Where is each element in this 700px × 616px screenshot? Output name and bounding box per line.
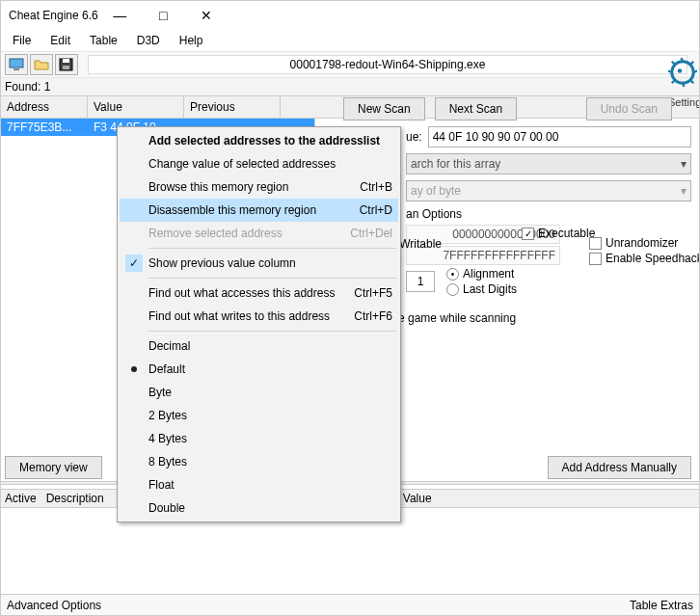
col-value[interactable]: Value	[88, 96, 184, 118]
app-logo[interactable]: Settings	[668, 51, 697, 109]
open-process-button[interactable]	[5, 54, 28, 75]
save-button[interactable]	[55, 54, 78, 75]
ctx-disassemble[interactable]: Disassemble this memory regionCtrl+D	[120, 199, 398, 222]
context-menu: Add selected addresses to the addresslis…	[117, 126, 401, 522]
value-label-partial: ue:	[406, 130, 422, 144]
alignment-radio[interactable]: •	[446, 268, 459, 281]
ctx-change-value[interactable]: Change value of selected addresses	[120, 152, 398, 175]
folder-open-icon	[34, 58, 49, 71]
undo-scan-button: Undo Scan	[586, 97, 672, 121]
open-file-button[interactable]	[30, 54, 53, 75]
floppy-icon	[59, 58, 74, 71]
bullet-icon	[131, 366, 137, 372]
ctx-2bytes[interactable]: 2 Bytes	[120, 404, 398, 427]
table-extras[interactable]: Table Extras	[630, 599, 693, 612]
ctx-8bytes[interactable]: 8 Bytes	[120, 450, 398, 473]
new-scan-button[interactable]: New Scan	[343, 97, 425, 121]
col-address[interactable]: Address	[1, 96, 88, 118]
advanced-options[interactable]: Advanced Options	[7, 599, 101, 612]
svg-rect-1	[13, 68, 19, 70]
svg-rect-3	[63, 59, 69, 63]
next-scan-button[interactable]: Next Scan	[435, 97, 517, 121]
ctx-float[interactable]: Float	[120, 473, 398, 496]
ctx-decimal[interactable]: Decimal	[120, 335, 398, 358]
add-address-manually-button[interactable]: Add Address Manually	[548, 456, 691, 479]
executable-label: Executable	[538, 227, 595, 240]
menu-edit[interactable]: Edit	[42, 32, 78, 49]
scan-options-label: an Options	[406, 207, 691, 221]
maximize-button[interactable]: □	[142, 1, 185, 30]
executable-checkbox[interactable]: ✓	[522, 228, 534, 240]
unrandomizer-checkbox[interactable]	[589, 237, 602, 250]
menu-d3d[interactable]: D3D	[129, 32, 168, 49]
chevron-down-icon: ▾	[681, 184, 687, 198]
svg-point-6	[678, 68, 683, 73]
alignment-num[interactable]: 1	[406, 271, 435, 292]
ctx-remove: Remove selected addressCtrl+Del	[120, 222, 398, 245]
settings-label[interactable]: Settings	[668, 96, 697, 108]
close-button[interactable]: ✕	[185, 1, 229, 30]
value-type-combo: ay of byte▾	[406, 180, 691, 201]
value-input[interactable]	[428, 126, 691, 147]
col-previous[interactable]: Previous	[184, 96, 281, 118]
check-icon: ✓	[125, 254, 143, 272]
computer-icon	[9, 58, 24, 71]
svg-rect-0	[10, 59, 23, 67]
ctx-double[interactable]: Double	[120, 496, 398, 520]
speedhack-checkbox[interactable]	[589, 253, 602, 265]
memory-view-button[interactable]: Memory view	[5, 456, 102, 479]
chevron-down-icon: ▾	[681, 157, 687, 171]
ctx-default[interactable]: Default	[120, 358, 398, 381]
writable-label: Writable	[399, 237, 442, 251]
found-count: Found: 1	[1, 78, 699, 96]
col-value2[interactable]: Value	[403, 492, 432, 505]
ctx-find-accesses[interactable]: Find out what accesses this addressCtrl+…	[120, 281, 398, 305]
col-description[interactable]: Description	[46, 492, 104, 505]
ctx-show-previous[interactable]: ✓Show previous value column	[120, 252, 398, 275]
minimize-button[interactable]: —	[98, 1, 142, 30]
menu-help[interactable]: Help	[172, 32, 211, 49]
ctx-add-to-addresslist[interactable]: Add selected addresses to the addresslis…	[120, 129, 398, 152]
last-digits-radio[interactable]	[446, 283, 459, 296]
pause-game-label: e game while scanning	[398, 311, 516, 325]
ctx-find-writes[interactable]: Find out what writes to this addressCtrl…	[120, 305, 398, 328]
svg-rect-4	[63, 66, 69, 69]
svg-point-5	[672, 62, 694, 84]
result-address: 7FF75E3B...	[1, 121, 88, 134]
process-name: 00001798-redout-Win64-Shipping.exe	[88, 55, 687, 74]
menu-table[interactable]: Table	[82, 32, 125, 49]
menu-file[interactable]: File	[5, 32, 39, 49]
ctx-4bytes[interactable]: 4 Bytes	[120, 427, 398, 450]
ctx-browse-memory[interactable]: Browse this memory regionCtrl+B	[120, 175, 398, 199]
window-title: Cheat Engine 6.6	[9, 9, 98, 22]
scan-type-combo[interactable]: arch for this array▾	[406, 153, 691, 174]
col-active[interactable]: Active	[5, 492, 37, 505]
ctx-byte[interactable]: Byte	[120, 381, 398, 404]
